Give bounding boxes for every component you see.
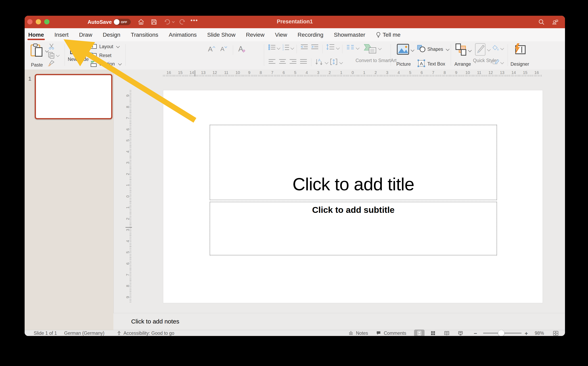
horizontal-ruler-marker	[195, 70, 195, 76]
align-center-icon[interactable]	[279, 59, 286, 65]
shapes-chevron-icon[interactable]	[446, 47, 449, 51]
picture-label[interactable]: Picture	[396, 61, 411, 67]
tab-showmaster[interactable]: Showmaster	[334, 28, 366, 41]
new-slide-icon[interactable]	[70, 43, 83, 55]
convert-smartart-chevron-icon[interactable]	[378, 46, 381, 50]
picture-icon[interactable]	[397, 43, 409, 55]
new-slide-chevron-icon[interactable]	[85, 48, 88, 52]
shape-outline-icon[interactable]	[492, 59, 499, 66]
tab-slide-show[interactable]: Slide Show	[207, 28, 236, 41]
tab-view[interactable]: View	[275, 28, 287, 41]
slide-thumbnail[interactable]	[35, 74, 112, 119]
new-slide-label[interactable]: New Slide	[68, 57, 85, 62]
tab-design[interactable]: Design	[103, 28, 120, 41]
shape-outline-chevron-icon[interactable]	[500, 61, 504, 64]
tab-home[interactable]: Home	[28, 28, 44, 41]
notes-toggle-label[interactable]: Notes	[356, 330, 368, 336]
tab-tell-me[interactable]: Tell me	[376, 28, 401, 41]
designer-label[interactable]: Designer	[510, 61, 529, 67]
search-icon[interactable]	[538, 19, 545, 25]
align-text-vertical-chevron-icon[interactable]	[339, 61, 343, 64]
section-label[interactable]: Section	[99, 61, 115, 67]
vertical-ruler[interactable]: 9876543210123456789	[126, 90, 131, 303]
justify-icon[interactable]	[300, 59, 307, 65]
subtitle-placeholder[interactable]: Click to add subtitle	[210, 202, 497, 255]
designer-icon[interactable]	[513, 43, 526, 56]
notes-pane[interactable]: Click to add notes	[113, 313, 565, 330]
shapes-label[interactable]: Shapes	[427, 46, 443, 52]
arrange-label[interactable]: Arrange	[454, 61, 471, 67]
columns-icon[interactable]	[346, 45, 354, 50]
text-box-label[interactable]: Text Box	[427, 61, 445, 67]
bullet-list-chevron-icon[interactable]	[277, 46, 280, 50]
layout-icon[interactable]	[90, 44, 97, 49]
text-box-icon[interactable]: A	[417, 60, 425, 67]
zoom-in-button[interactable]: +	[525, 330, 528, 336]
language-label[interactable]: German (Germany)	[64, 330, 104, 336]
increase-indent-icon[interactable]	[311, 44, 319, 50]
copy-icon[interactable]	[48, 52, 55, 58]
tab-recording[interactable]: Recording	[298, 28, 324, 41]
comments-toggle-icon[interactable]	[376, 331, 381, 336]
quick-styles-chevron-icon[interactable]	[487, 47, 491, 51]
slide-canvas[interactable]: Click to add title Click to add subtitle	[163, 90, 543, 303]
ribbon-divider	[322, 45, 323, 53]
cut-icon[interactable]	[48, 43, 55, 49]
increase-font-size-button[interactable]: A	[207, 45, 216, 53]
reading-view-button[interactable]	[442, 329, 452, 336]
title-placeholder[interactable]: Click to add title	[210, 125, 497, 200]
zoom-out-button[interactable]: −	[474, 330, 477, 336]
quick-styles-label[interactable]: Quick Styles	[473, 58, 488, 63]
numbered-list-icon[interactable]: 123	[282, 44, 289, 51]
copy-chevron-icon[interactable]	[56, 53, 60, 57]
reset-icon[interactable]	[90, 52, 97, 58]
tab-review[interactable]: Review	[246, 28, 264, 41]
account-people-icon[interactable]	[552, 19, 558, 25]
align-text-vertical-icon[interactable]	[330, 58, 338, 66]
reset-label[interactable]: Reset	[99, 53, 111, 58]
notes-toggle-icon[interactable]	[349, 331, 353, 336]
shape-fill-chevron-icon[interactable]	[500, 46, 504, 50]
text-direction-chevron-icon[interactable]	[325, 61, 328, 64]
picture-chevron-icon[interactable]	[411, 48, 414, 52]
align-right-icon[interactable]	[289, 59, 297, 65]
clear-formatting-button[interactable]: A	[237, 45, 247, 53]
ribbon-tabs: HomeInsertDrawDesignTransitionsAnimation…	[28, 28, 401, 41]
decrease-font-size-button[interactable]: A	[219, 45, 228, 53]
shapes-icon[interactable]	[417, 45, 426, 53]
arrange-chevron-icon[interactable]	[468, 48, 472, 52]
zoom-level-label[interactable]: 98%	[535, 330, 544, 336]
align-left-icon[interactable]	[268, 59, 276, 65]
line-spacing-chevron-icon[interactable]	[336, 46, 340, 50]
decrease-indent-icon[interactable]	[300, 44, 308, 50]
zoom-slider-thumb[interactable]	[498, 330, 504, 336]
layout-chevron-icon[interactable]	[116, 44, 120, 48]
accessibility-label[interactable]: Accessibility: Good to go	[124, 330, 174, 336]
tab-draw[interactable]: Draw	[79, 28, 92, 41]
convert-smartart-icon[interactable]	[364, 43, 377, 54]
columns-chevron-icon[interactable]	[356, 46, 359, 50]
text-direction-icon[interactable]: A	[315, 58, 323, 66]
format-painter-icon[interactable]	[48, 60, 55, 67]
bullet-list-icon[interactable]	[268, 44, 276, 50]
horizontal-ruler[interactable]: 1615141312111098765432101234567891011121…	[163, 71, 542, 76]
quick-styles-icon[interactable]	[475, 43, 486, 56]
section-icon[interactable]	[90, 61, 97, 67]
line-spacing-icon[interactable]	[326, 44, 334, 51]
slideshow-view-button[interactable]	[455, 329, 466, 336]
paste-icon[interactable]	[30, 43, 44, 57]
tab-transitions[interactable]: Transitions	[131, 28, 158, 41]
fit-slide-to-window-icon[interactable]	[553, 331, 558, 336]
comments-toggle-label[interactable]: Comments	[384, 330, 406, 336]
normal-view-button[interactable]	[414, 329, 425, 336]
section-chevron-icon[interactable]	[118, 62, 122, 65]
slide-sorter-view-button[interactable]	[428, 329, 438, 336]
shape-fill-icon[interactable]	[492, 45, 499, 51]
layout-label[interactable]: Layout	[99, 44, 113, 49]
numbered-list-chevron-icon[interactable]	[290, 46, 294, 50]
tab-animations[interactable]: Animations	[169, 28, 197, 41]
tab-insert[interactable]: Insert	[55, 28, 69, 41]
arrange-icon[interactable]	[455, 43, 467, 56]
paste-label[interactable]: Paste	[28, 62, 46, 68]
convert-smartart-label[interactable]: Convert to SmartArt	[356, 58, 386, 63]
